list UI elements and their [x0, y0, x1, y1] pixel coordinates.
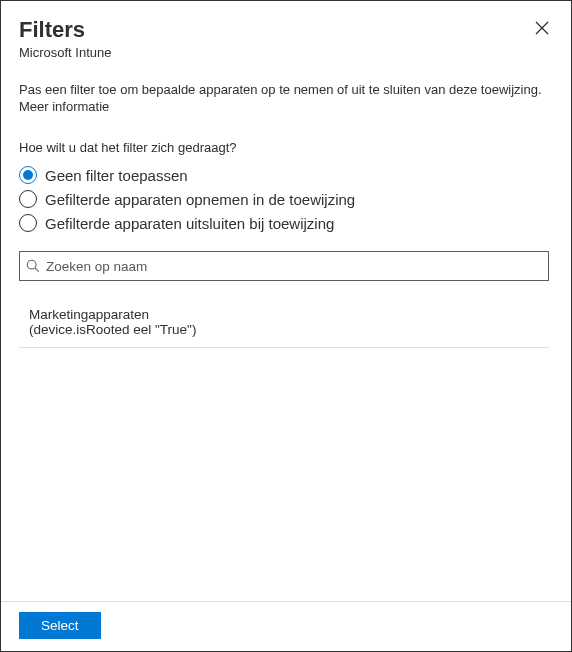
search-input[interactable] [46, 259, 542, 274]
radio-group: Geen filter toepassen Gefilterde apparat… [19, 163, 549, 235]
radio-icon [19, 214, 37, 232]
search-icon [26, 259, 40, 273]
radio-label: Gefilterde apparaten uitsluiten bij toew… [45, 215, 334, 232]
search-box[interactable] [19, 251, 549, 281]
radio-option-include[interactable]: Gefilterde apparaten opnemen in de toewi… [19, 187, 549, 211]
radio-icon [19, 190, 37, 208]
more-info-link[interactable]: Meer informatie [19, 99, 553, 114]
panel-subtitle: Microsoft Intune [19, 45, 553, 60]
close-icon [535, 21, 549, 38]
close-button[interactable] [531, 17, 553, 42]
svg-line-3 [35, 268, 39, 272]
result-detail: (device.isRooted eel "True") [29, 322, 543, 337]
radio-icon [19, 166, 37, 184]
radio-option-exclude[interactable]: Gefilterde apparaten uitsluiten bij toew… [19, 211, 549, 235]
radio-label: Gefilterde apparaten opnemen in de toewi… [45, 191, 355, 208]
panel-header: Filters [19, 17, 553, 43]
result-name: Marketingapparaten [29, 307, 543, 322]
panel-title: Filters [19, 17, 85, 43]
filter-result-item[interactable]: Marketingapparaten (device.isRooted eel … [19, 303, 549, 348]
panel-description: Pas een filter toe om bepaalde apparaten… [19, 82, 553, 97]
svg-point-2 [27, 260, 36, 269]
title-block: Filters [19, 17, 85, 43]
panel-footer: Select [1, 601, 571, 639]
radio-label: Geen filter toepassen [45, 167, 188, 184]
scroll-area[interactable]: Hoe wilt u dat het filter zich gedraagt?… [19, 140, 553, 601]
filter-question: Hoe wilt u dat het filter zich gedraagt? [19, 140, 549, 155]
radio-option-none[interactable]: Geen filter toepassen [19, 163, 549, 187]
filters-panel: Filters Microsoft Intune Pas een filter … [1, 1, 571, 651]
select-button[interactable]: Select [19, 612, 101, 639]
